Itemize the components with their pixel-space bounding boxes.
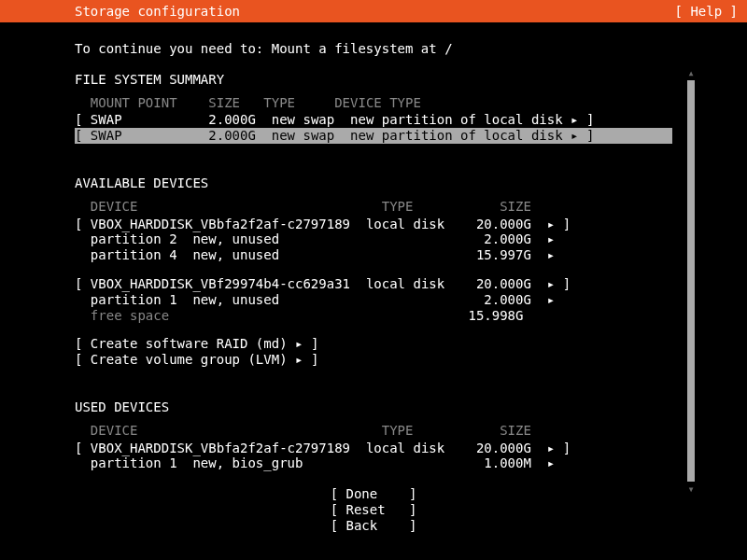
chevron-right-icon: ▸ xyxy=(547,276,555,291)
free-space-row: free space 15.998G xyxy=(75,308,672,324)
chevron-right-icon: ▸ xyxy=(571,112,578,127)
partition-row[interactable]: partition 1 new, unused 2.000G ▸ xyxy=(75,292,672,308)
chevron-right-icon: ▸ xyxy=(295,352,303,367)
button-bar: [ Done ] [ Reset ] [ Back ] xyxy=(75,486,672,533)
partition-row[interactable]: partition 2 new, unused 2.000G ▸ xyxy=(75,231,672,247)
done-button[interactable]: [ Done ] xyxy=(75,486,672,502)
scroll-down-icon[interactable]: ▾ xyxy=(686,483,696,495)
back-button[interactable]: [ Back ] xyxy=(75,518,672,534)
device-row[interactable]: [ VBOX_HARDDISK_VBbfa2f2af-c2797189 loca… xyxy=(75,217,672,232)
available-title: AVAILABLE DEVICES xyxy=(75,175,672,191)
chevron-right-icon: ▸ xyxy=(547,292,555,307)
chevron-right-icon: ▸ xyxy=(547,217,555,231)
device-row[interactable]: [ VBOX_HARDDISK_VBbfa2f2af-c2797189 loca… xyxy=(75,441,672,456)
chevron-right-icon: ▸ xyxy=(547,231,555,246)
fs-summary-title: FILE SYSTEM SUMMARY xyxy=(75,72,672,88)
used-header: DEVICE TYPE SIZE xyxy=(75,423,672,439)
instruction-text: To continue you need to: Mount a filesys… xyxy=(75,41,672,57)
partition-row[interactable]: partition 1 new, bios_grub 1.000M ▸ xyxy=(75,455,672,471)
reset-button[interactable]: [ Reset ] xyxy=(75,502,672,518)
header-bar: Storage configuration [ Help ] xyxy=(0,0,747,22)
scroll-thumb[interactable] xyxy=(687,80,695,482)
partition-row[interactable]: partition 4 new, unused 15.997G ▸ xyxy=(75,247,672,263)
create-raid-action[interactable]: [ Create software RAID (md) ▸ ] xyxy=(75,336,672,352)
chevron-right-icon: ▸ xyxy=(547,247,555,262)
fs-summary-header: MOUNT POINT SIZE TYPE DEVICE TYPE xyxy=(75,95,672,111)
fs-summary-row-selected[interactable]: [ SWAP 2.000G new swap new partition of … xyxy=(75,128,672,144)
chevron-right-icon: ▸ xyxy=(547,455,555,470)
chevron-right-icon: ▸ xyxy=(571,128,578,143)
content: To continue you need to: Mount a filesys… xyxy=(0,22,747,534)
help-button[interactable]: [ Help ] xyxy=(675,4,738,20)
chevron-right-icon: ▸ xyxy=(295,336,303,351)
available-header: DEVICE TYPE SIZE xyxy=(75,199,672,215)
page-title: Storage configuration xyxy=(75,4,240,20)
create-lvm-action[interactable]: [ Create volume group (LVM) ▸ ] xyxy=(75,352,672,368)
scrollbar[interactable]: ▴ ▾ xyxy=(686,67,696,498)
chevron-right-icon: ▸ xyxy=(547,441,555,455)
scroll-up-icon[interactable]: ▴ xyxy=(686,67,696,78)
fs-summary-row[interactable]: [ SWAP 2.000G new swap new partition of … xyxy=(75,112,672,128)
device-row[interactable]: [ VBOX_HARDDISK_VBf29974b4-cc629a31 loca… xyxy=(75,276,672,292)
used-title: USED DEVICES xyxy=(75,399,672,415)
